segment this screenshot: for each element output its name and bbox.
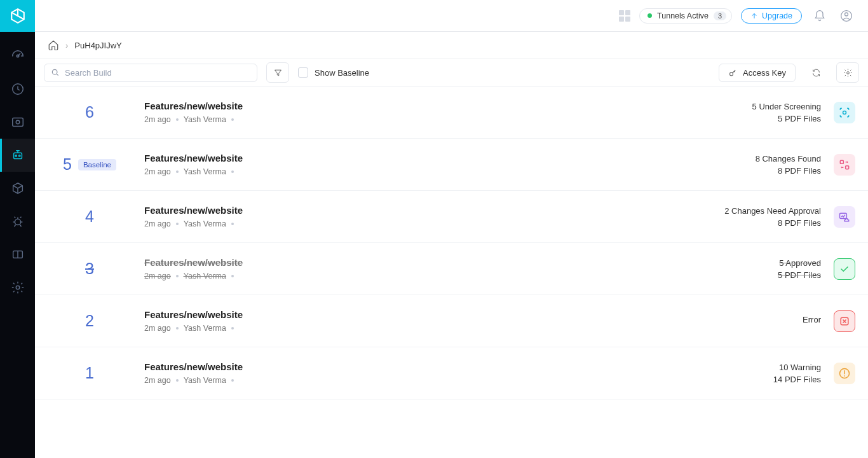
svg-point-12 bbox=[52, 69, 57, 74]
build-info: Features/new/website 2m ago Yash Verma bbox=[144, 309, 803, 333]
build-title: Features/new/website bbox=[144, 361, 773, 372]
build-row[interactable]: 1 Features/new/website 2m ago Yash Verma… bbox=[35, 347, 868, 399]
build-author: Yash Verma bbox=[184, 324, 226, 333]
chevron-right-icon: › bbox=[65, 41, 68, 50]
key-icon bbox=[728, 68, 738, 78]
profile-button[interactable] bbox=[837, 7, 855, 25]
build-time: 2m ago bbox=[144, 376, 171, 385]
refresh-button[interactable] bbox=[804, 62, 827, 83]
tunnels-pill[interactable]: Tunnels Active 3 bbox=[639, 8, 732, 24]
filter-button[interactable] bbox=[266, 62, 289, 83]
build-number-col: 6 bbox=[35, 103, 144, 121]
build-info: Features/new/website 2m ago Yash Verma bbox=[144, 205, 724, 228]
builds-list: 6 Features/new/website 2m ago Yash Verma… bbox=[35, 87, 868, 458]
main: Tunnels Active 3 Upgrade › PuH4pJIJwY Sh… bbox=[35, 0, 868, 458]
build-number: 2 bbox=[85, 312, 94, 330]
dot-icon bbox=[176, 379, 179, 382]
build-meta: 2m ago Yash Verma bbox=[144, 272, 778, 281]
eye-icon bbox=[11, 115, 25, 129]
settings-button[interactable] bbox=[836, 62, 859, 83]
build-title: Features/new/website bbox=[144, 309, 803, 320]
build-number: 4 bbox=[85, 207, 94, 226]
build-title: Features/new/website bbox=[144, 153, 756, 163]
build-status-main: 5 Approved bbox=[778, 258, 821, 268]
nav-visual[interactable] bbox=[0, 106, 35, 139]
build-number-col: 5 Baseline bbox=[35, 155, 144, 174]
build-title: Features/new/website bbox=[144, 205, 724, 216]
nav-history[interactable] bbox=[0, 73, 35, 106]
dot-icon bbox=[176, 327, 179, 330]
build-meta: 2m ago Yash Verma bbox=[144, 219, 724, 228]
build-status: Error bbox=[803, 315, 821, 327]
build-info: Features/new/website 2m ago Yash Verma bbox=[144, 153, 756, 176]
nav-settings[interactable] bbox=[0, 271, 35, 304]
nav-split[interactable] bbox=[0, 238, 35, 271]
access-key-label: Access Key bbox=[743, 68, 786, 78]
cube-icon bbox=[11, 181, 25, 195]
show-baseline-toggle[interactable]: Show Baseline bbox=[298, 67, 369, 78]
svg-rect-18 bbox=[840, 213, 847, 218]
build-status-sub: 5 PDF Files bbox=[752, 114, 821, 123]
build-number: 5 bbox=[63, 155, 72, 174]
svg-point-13 bbox=[730, 72, 733, 75]
sidebar bbox=[0, 0, 35, 458]
svg-point-9 bbox=[16, 286, 20, 289]
dot-icon bbox=[231, 170, 234, 173]
refresh-icon bbox=[811, 68, 821, 78]
dot-icon bbox=[231, 275, 234, 277]
build-row[interactable]: 5 Baseline Features/new/website 2m ago Y… bbox=[35, 139, 868, 191]
bell-button[interactable] bbox=[811, 7, 829, 25]
status-screening-icon bbox=[834, 102, 855, 123]
build-row[interactable]: 2 Features/new/website 2m ago Yash Verma… bbox=[35, 295, 868, 347]
build-number-col: 3 bbox=[35, 260, 144, 278]
build-status-main: 5 Under Screening bbox=[752, 102, 821, 111]
svg-point-15 bbox=[843, 111, 846, 114]
build-author: Yash Verma bbox=[184, 376, 226, 385]
baseline-badge: Baseline bbox=[78, 159, 116, 170]
nav-bug[interactable] bbox=[0, 205, 35, 238]
user-icon bbox=[840, 10, 853, 22]
build-status-sub: 8 PDF Files bbox=[724, 218, 821, 228]
nav-dashboard[interactable] bbox=[0, 39, 35, 73]
build-number: 3 bbox=[85, 260, 94, 278]
build-time: 2m ago bbox=[144, 324, 171, 333]
filter-icon bbox=[273, 68, 283, 78]
gear-icon bbox=[843, 68, 853, 78]
search-input[interactable] bbox=[65, 68, 250, 78]
breadcrumb-page[interactable]: PuH4pJIJwY bbox=[74, 41, 121, 50]
clock-icon bbox=[11, 82, 25, 96]
build-status-main: 10 Warning bbox=[773, 363, 821, 372]
build-meta: 2m ago Yash Verma bbox=[144, 376, 773, 385]
svg-rect-17 bbox=[846, 165, 849, 169]
search-input-wrapper[interactable] bbox=[44, 64, 257, 82]
bell-icon bbox=[813, 10, 826, 22]
upgrade-label: Upgrade bbox=[762, 11, 792, 20]
dot-icon bbox=[176, 223, 179, 225]
build-meta: 2m ago Yash Verma bbox=[144, 115, 752, 124]
nav-cube[interactable] bbox=[0, 172, 35, 205]
checkbox-icon[interactable] bbox=[298, 67, 308, 78]
build-info: Features/new/website 2m ago Yash Verma bbox=[144, 257, 778, 281]
build-row[interactable]: 3 Features/new/website 2m ago Yash Verma… bbox=[35, 243, 868, 295]
home-icon[interactable] bbox=[48, 39, 59, 51]
show-baseline-label: Show Baseline bbox=[315, 68, 369, 78]
logo[interactable] bbox=[0, 0, 35, 32]
toolbar: Show Baseline Access Key bbox=[35, 59, 868, 87]
access-key-button[interactable]: Access Key bbox=[719, 64, 796, 82]
bug-icon bbox=[11, 214, 25, 228]
nav bbox=[0, 32, 35, 304]
svg-point-6 bbox=[18, 155, 20, 156]
nav-robot[interactable] bbox=[0, 139, 35, 172]
build-row[interactable]: 6 Features/new/website 2m ago Yash Verma… bbox=[35, 87, 868, 139]
build-info: Features/new/website 2m ago Yash Verma bbox=[144, 361, 773, 385]
build-row[interactable]: 4 Features/new/website 2m ago Yash Verma… bbox=[35, 191, 868, 243]
arrow-up-icon bbox=[750, 12, 758, 20]
upgrade-button[interactable]: Upgrade bbox=[741, 8, 802, 24]
apps-grid-icon[interactable] bbox=[619, 10, 630, 22]
svg-point-11 bbox=[845, 13, 848, 16]
search-icon bbox=[51, 68, 60, 77]
build-status: 8 Changes Found 8 PDF Files bbox=[756, 154, 821, 176]
split-icon bbox=[11, 247, 25, 261]
build-title: Features/new/website bbox=[144, 257, 778, 268]
dot-icon bbox=[176, 118, 179, 121]
